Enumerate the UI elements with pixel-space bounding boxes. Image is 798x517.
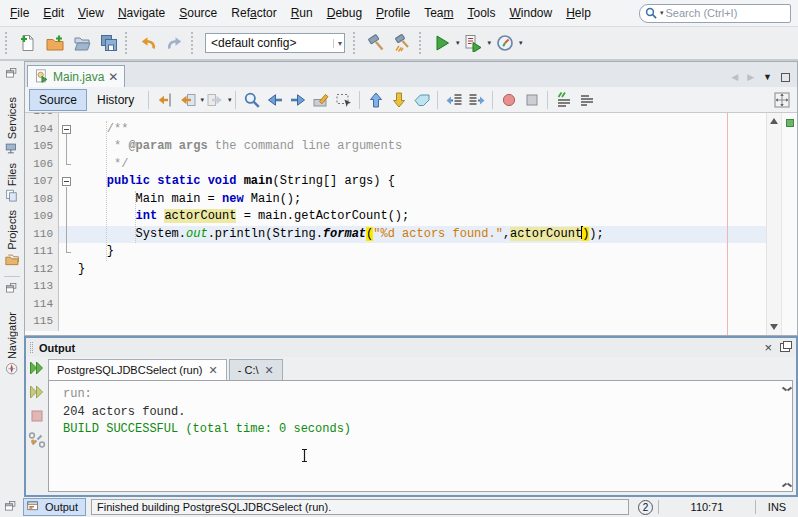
toggle-highlight-button[interactable] [309, 89, 332, 111]
comment-button[interactable] [552, 89, 575, 111]
open-project-button[interactable] [68, 30, 95, 56]
menu-help[interactable]: Help [559, 2, 598, 24]
code-line[interactable]: 115 [25, 313, 766, 331]
menu-debug[interactable]: Debug [320, 2, 369, 24]
menu-run[interactable]: Run [284, 2, 320, 24]
code-line[interactable]: 103 [25, 113, 766, 121]
fold-margin[interactable] [59, 261, 75, 279]
line-number[interactable]: 104 [25, 121, 59, 139]
maximize-icon[interactable] [781, 73, 790, 82]
sidebar-item-projects[interactable]: Projects [4, 207, 21, 271]
code-line-body[interactable]: Main main = new Main(); [59, 191, 766, 209]
undo-button[interactable] [134, 30, 161, 56]
stop-macro-button[interactable] [520, 89, 543, 111]
code-line-body[interactable] [59, 313, 766, 331]
window-dock-icon[interactable] [4, 500, 18, 514]
notifications-badge[interactable]: 2 [638, 500, 653, 515]
fold-margin[interactable] [59, 243, 75, 261]
previous-bookmark-button[interactable] [364, 89, 387, 111]
line-number[interactable]: 106 [25, 156, 59, 174]
config-select[interactable]: <default config>▾ [205, 33, 345, 53]
code-line[interactable]: 105 * @param args the command line argum… [25, 138, 766, 156]
code-line-body[interactable]: */ [59, 156, 766, 174]
code-line-body[interactable]: /** [59, 121, 766, 139]
output-minimized-button[interactable]: Output [23, 498, 86, 516]
output-rerun-button[interactable] [28, 359, 46, 377]
code-line[interactable]: 106 */ [25, 156, 766, 174]
float-window-icon[interactable] [780, 343, 790, 352]
back-button[interactable] [176, 89, 199, 111]
code-line[interactable]: 110 System.out.println(String.format("%d… [25, 226, 766, 244]
save-all-button[interactable] [95, 30, 122, 56]
toggle-bookmark-button[interactable] [410, 89, 433, 111]
search-box[interactable]: ▾ Search (Ctrl+I) [639, 4, 791, 23]
line-number[interactable]: 108 [25, 191, 59, 209]
editor-vertical-scrollbar[interactable] [766, 113, 781, 335]
profile-button[interactable] [491, 30, 518, 56]
code-line-body[interactable] [59, 296, 766, 314]
menu-team[interactable]: Team [417, 2, 460, 24]
scroll-down-icon[interactable] [770, 324, 778, 330]
split-editor-button[interactable] [770, 89, 793, 111]
close-icon[interactable]: × [764, 342, 772, 353]
drag-grip-icon[interactable] [30, 342, 33, 353]
code-editor[interactable]: 103104 /**105 * @param args the command … [25, 113, 797, 335]
toolbar-grip-icon[interactable] [5, 32, 9, 54]
history-view-button[interactable]: History [87, 89, 144, 111]
toolbar-grip-icon[interactable] [353, 32, 357, 54]
line-number[interactable]: 112 [25, 261, 59, 279]
line-number[interactable]: 113 [25, 278, 59, 296]
line-number[interactable]: 103 [25, 113, 59, 121]
line-number[interactable]: 114 [25, 296, 59, 314]
toolbar-grip-icon[interactable] [125, 32, 129, 54]
output-ant-settings-button[interactable] [28, 431, 46, 449]
code-line-body[interactable]: } [59, 261, 766, 279]
close-icon[interactable]: ✕ [209, 365, 218, 375]
fold-collapse-icon[interactable] [62, 125, 71, 134]
forward-button[interactable] [204, 89, 227, 111]
menu-source[interactable]: Source [172, 2, 224, 24]
code-line[interactable]: 113 [25, 278, 766, 296]
code-line-body[interactable]: public static void main(String[] args) { [59, 173, 766, 191]
code-line-body[interactable]: * @param args the command line arguments [59, 138, 766, 156]
new-file-button[interactable] [14, 30, 41, 56]
line-number[interactable]: 107 [25, 173, 59, 191]
fold-margin[interactable] [59, 121, 75, 139]
toolbar-grip-icon[interactable] [191, 32, 195, 54]
code-line[interactable]: 112} [25, 261, 766, 279]
run-button[interactable] [428, 30, 455, 56]
code-line-body[interactable]: int actorCount = main.getActorCount(); [59, 208, 766, 226]
search-scope-arrow-icon[interactable]: ▾ [660, 9, 664, 17]
next-bookmark-button[interactable] [387, 89, 410, 111]
fold-margin[interactable] [59, 113, 75, 121]
redo-button[interactable] [161, 30, 188, 56]
shift-right-button[interactable] [465, 89, 488, 111]
forward-dropdown-icon[interactable]: ▾ [228, 96, 232, 104]
find-next-button[interactable] [286, 89, 309, 111]
code-line[interactable]: 111 } [25, 243, 766, 261]
clean-build-button[interactable] [389, 30, 416, 56]
output-rerun-alt-button[interactable] [28, 383, 46, 401]
menu-profile[interactable]: Profile [369, 2, 417, 24]
uncomment-button[interactable] [575, 89, 598, 111]
menu-refactor[interactable]: Refactor [224, 2, 283, 24]
last-edit-button[interactable] [153, 89, 176, 111]
output-tab[interactable]: - C:\✕ [229, 359, 283, 380]
code-line-body[interactable]: } [59, 243, 766, 261]
window-dock-button[interactable] [4, 279, 20, 299]
close-icon[interactable]: ✕ [108, 72, 118, 82]
scroll-tabs-left-icon[interactable]: ◀ [731, 72, 738, 82]
menu-view[interactable]: View [71, 2, 111, 24]
fold-margin[interactable] [59, 156, 75, 174]
code-line[interactable]: 107 public static void main(String[] arg… [25, 173, 766, 191]
sidebar-item-files[interactable]: Files [4, 160, 21, 207]
new-project-button[interactable] [41, 30, 68, 56]
window-dock-button[interactable] [4, 64, 20, 84]
code-line-body[interactable] [59, 278, 766, 296]
fold-margin[interactable] [59, 296, 75, 314]
line-number[interactable]: 109 [25, 208, 59, 226]
code-line[interactable]: 104 /** [25, 121, 766, 139]
scroll-tabs-right-icon[interactable]: ▶ [747, 72, 754, 82]
menu-file[interactable]: File [3, 2, 36, 24]
code-line[interactable]: 114 [25, 296, 766, 314]
